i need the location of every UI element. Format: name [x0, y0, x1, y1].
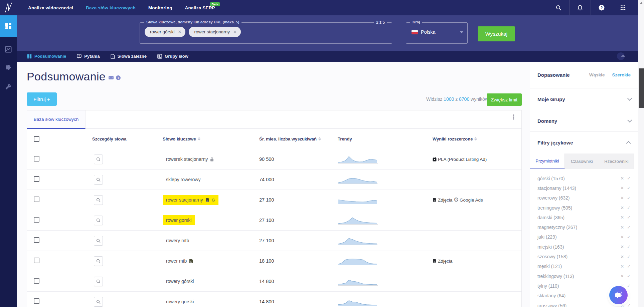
chip-remove-icon[interactable]: ✕ — [178, 29, 182, 34]
tab-grupy-słów[interactable]: Grupy słów — [157, 54, 188, 59]
keyword-cell[interactable]: rower gorski — [163, 215, 195, 225]
keyword-cell[interactable]: rowerek stacjonarny — [163, 154, 217, 164]
filter-tab-czasowniki[interactable]: Czasowniki — [565, 154, 600, 169]
search-button[interactable]: Wyszukaj — [478, 26, 515, 41]
col-header-keyword[interactable]: Słowo kluczowe — [151, 136, 248, 141]
row-checkbox[interactable] — [34, 237, 39, 243]
section-my-groups[interactable]: Moje Grupy — [530, 88, 638, 110]
results-total[interactable]: 8700 — [459, 96, 469, 102]
page-scrollbar[interactable] — [638, 0, 644, 307]
tab-pytania[interactable]: ?Pytania — [77, 54, 100, 59]
keyword-details-button[interactable] — [94, 277, 103, 286]
nav-item-1[interactable]: Baza słów kluczowych — [86, 5, 136, 10]
col-header-extended[interactable]: Wyniki rozszerzone — [418, 136, 521, 141]
row-checkbox[interactable] — [34, 298, 39, 304]
scrollbar-thumb[interactable] — [639, 68, 644, 108]
keyword-cell[interactable]: rower mtb — [163, 256, 196, 266]
include-icon[interactable]: ✓ — [627, 176, 631, 181]
col-header-trends[interactable]: Trendy — [324, 136, 418, 141]
tab-słowa-zależne[interactable]: Słowa zależne — [111, 54, 147, 59]
nav-item-0[interactable]: Analiza widoczności — [28, 5, 73, 10]
row-checkbox[interactable] — [34, 156, 39, 162]
filter-button[interactable]: Filtruj + — [27, 92, 57, 106]
include-icon[interactable]: ✓ — [627, 235, 631, 240]
nav-item-2[interactable]: Monitoring — [148, 5, 172, 10]
col-header-details[interactable]: Szczegóły słowa — [67, 136, 151, 141]
keywords-fieldset[interactable]: Słowa kluczowe, domeny lub adresy URL (m… — [140, 22, 392, 44]
section-language-filters[interactable]: Filtry językowe — [530, 132, 638, 154]
sidebar-item-integrations[interactable] — [0, 59, 17, 77]
keyword-chip[interactable]: rower stacjonarny✕ — [189, 27, 240, 37]
row-checkbox[interactable] — [34, 217, 39, 223]
keyword-cell[interactable]: rowery gorski — [163, 297, 197, 307]
keyword-details-button[interactable] — [94, 256, 103, 266]
exclude-icon[interactable]: ✕ — [620, 225, 624, 230]
sort-icon[interactable] — [474, 137, 477, 140]
include-icon[interactable]: ✓ — [627, 196, 631, 201]
app-logo[interactable] — [0, 0, 17, 15]
collapse-panel-button[interactable] — [617, 52, 625, 60]
keyword-chip[interactable]: rower górski✕ — [145, 27, 185, 37]
section-domains[interactable]: Domeny — [530, 110, 638, 132]
info-icon[interactable]: i — [116, 75, 121, 80]
exclude-icon[interactable]: ✕ — [620, 244, 624, 249]
increase-limit-button[interactable]: Zwiększ limit — [487, 93, 522, 106]
nav-item-3[interactable]: Analiza SERPBeta — [185, 5, 215, 10]
exclude-icon[interactable]: ✕ — [620, 264, 624, 269]
exclude-icon[interactable]: ✕ — [620, 235, 624, 240]
sidebar-item-tools[interactable] — [0, 77, 17, 96]
table-tab-keyword-db[interactable]: Baza słów kluczowych — [27, 110, 86, 129]
apps-grid-icon[interactable] — [612, 0, 633, 15]
sidebar-item-dashboard[interactable] — [0, 15, 17, 37]
keyword-details-button[interactable] — [94, 195, 103, 205]
keyword-cell[interactable]: rowery górski — [163, 276, 197, 286]
exclude-icon[interactable]: ✕ — [620, 205, 624, 210]
keyword-details-button[interactable] — [94, 155, 103, 164]
filter-tab-przymiotniki[interactable]: Przymiotniki — [530, 154, 565, 169]
exclude-icon[interactable]: ✕ — [620, 274, 624, 279]
country-select[interactable]: Kraj Polska — [406, 22, 468, 44]
match-option-szerokie[interactable]: Szerokie — [612, 72, 631, 77]
exclude-icon[interactable]: ✕ — [620, 196, 624, 201]
keyword-details-button[interactable] — [94, 216, 103, 225]
keyword-details-button[interactable] — [94, 175, 103, 185]
match-option-wąskie[interactable]: Wąskie — [589, 72, 605, 77]
row-checkbox[interactable] — [34, 278, 39, 284]
keyword-details-button[interactable] — [94, 236, 103, 246]
include-icon[interactable]: ✓ — [627, 254, 631, 259]
include-icon[interactable]: ✓ — [627, 274, 631, 279]
include-icon[interactable]: ✓ — [627, 225, 631, 230]
chip-remove-icon[interactable]: ✕ — [233, 29, 237, 34]
video-icon[interactable] — [109, 76, 114, 80]
include-icon[interactable]: ✓ — [627, 303, 631, 307]
results-shown[interactable]: 1000 — [444, 96, 454, 102]
filter-tab-rzeczowniki[interactable]: Rzeczowniki — [599, 154, 634, 169]
keyword-cell[interactable]: rower stacjonarnyG — [163, 195, 218, 205]
keyword-details-button[interactable] — [94, 297, 103, 307]
include-icon[interactable]: ✓ — [627, 186, 631, 191]
exclude-icon[interactable]: ✕ — [620, 254, 624, 259]
sort-icon[interactable] — [198, 137, 200, 140]
notifications-bell-icon[interactable] — [569, 0, 591, 15]
include-icon[interactable]: ✓ — [627, 205, 631, 210]
exclude-icon[interactable]: ✕ — [620, 176, 624, 181]
keyword-cell[interactable]: sklepy rowerowy — [163, 175, 204, 185]
tab-podsumowanie[interactable]: Podsumowanie — [27, 54, 66, 59]
row-checkbox[interactable] — [34, 258, 39, 263]
keyword-cell[interactable]: rowery mtb — [163, 236, 192, 246]
col-header-volume[interactable]: Śr. mies. liczba wyszukiwań — [248, 136, 324, 141]
scrollbar-up-arrow[interactable] — [640, 2, 643, 4]
exclude-icon[interactable]: ✕ — [620, 215, 624, 220]
exclude-icon[interactable]: ✕ — [620, 186, 624, 191]
search-icon[interactable] — [548, 0, 569, 15]
select-all-checkbox[interactable] — [34, 136, 39, 142]
include-icon[interactable]: ✓ — [627, 264, 631, 269]
row-checkbox[interactable] — [34, 197, 39, 202]
sidebar-item-analytics[interactable] — [0, 40, 17, 59]
include-icon[interactable]: ✓ — [627, 215, 631, 220]
sort-icon[interactable] — [318, 137, 321, 140]
table-menu-kebab-icon[interactable]: ⋮ — [511, 116, 515, 118]
include-icon[interactable]: ✓ — [627, 244, 631, 249]
chat-widget-button[interactable] — [609, 286, 628, 304]
include-icon[interactable]: ✓ — [627, 283, 631, 288]
